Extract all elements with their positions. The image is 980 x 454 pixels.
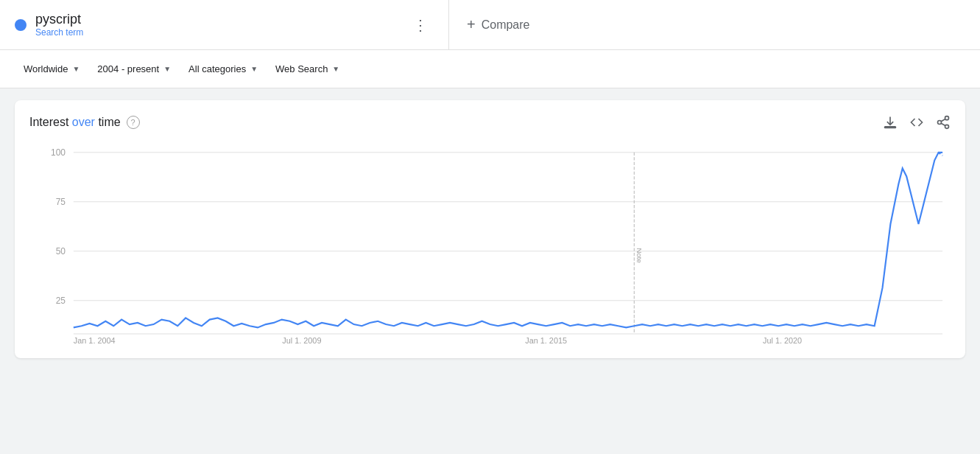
download-icon xyxy=(883,115,898,130)
chart-title-part3: time xyxy=(95,116,121,128)
svg-text:25: 25 xyxy=(56,296,66,306)
svg-point-3 xyxy=(945,125,949,128)
svg-text:75: 75 xyxy=(56,197,66,207)
svg-text:Jan 1, 2004: Jan 1, 2004 xyxy=(74,336,116,343)
share-icon xyxy=(936,115,951,130)
svg-text:Note: Note xyxy=(635,248,644,263)
chart-title-area: Interest over time ? xyxy=(29,116,140,129)
compare-button[interactable]: Compare xyxy=(482,15,530,35)
search-type-filter[interactable]: Web Search ▼ xyxy=(267,59,348,79)
main-content: Interest over time ? xyxy=(0,88,980,370)
location-arrow-icon: ▼ xyxy=(72,65,80,73)
search-term-panel: pyscript Search term ⋮ xyxy=(0,0,449,49)
embed-button[interactable] xyxy=(909,115,924,130)
category-filter[interactable]: All categories ▼ xyxy=(180,59,267,79)
chart-container: 100 75 50 25 Note Jan 1, 2004 Jul 1, 200… xyxy=(29,144,951,343)
chart-card: Interest over time ? xyxy=(15,100,965,358)
embed-icon xyxy=(909,115,924,130)
share-button[interactable] xyxy=(936,115,951,130)
svg-text:Jan 1, 2015: Jan 1, 2015 xyxy=(525,336,567,343)
svg-rect-0 xyxy=(885,127,896,128)
chart-title: Interest over time xyxy=(29,116,121,129)
svg-text:50: 50 xyxy=(56,246,66,256)
filters-bar: Worldwide ▼ 2004 - present ▼ All categor… xyxy=(0,50,980,88)
time-range-label: 2004 - present xyxy=(97,63,159,74)
help-icon[interactable]: ? xyxy=(127,116,140,129)
search-type-arrow-icon: ▼ xyxy=(332,65,339,73)
term-info: pyscript Search term xyxy=(35,12,398,38)
location-filter[interactable]: Worldwide ▼ xyxy=(15,59,88,79)
time-range-arrow-icon: ▼ xyxy=(163,65,171,73)
svg-text:Jul 1, 2009: Jul 1, 2009 xyxy=(282,336,321,343)
category-label: All categories xyxy=(188,63,246,74)
term-type: Search term xyxy=(35,27,398,38)
svg-text:100: 100 xyxy=(51,147,66,158)
category-arrow-icon: ▼ xyxy=(250,65,258,73)
chart-actions xyxy=(883,115,951,130)
svg-line-4 xyxy=(941,123,945,125)
chart-title-part1: Interest xyxy=(29,116,72,128)
top-section: pyscript Search term ⋮ + Compare xyxy=(0,0,980,50)
chart-title-over: over xyxy=(72,116,95,128)
chart-header: Interest over time ? xyxy=(29,115,951,130)
compare-panel: + Compare xyxy=(449,0,980,49)
trend-line xyxy=(74,153,942,328)
svg-text:Jul 1, 2020: Jul 1, 2020 xyxy=(763,336,802,343)
term-color-dot xyxy=(15,19,27,31)
svg-point-2 xyxy=(938,121,942,125)
more-options-button[interactable]: ⋮ xyxy=(407,13,434,37)
interest-over-time-chart: 100 75 50 25 Note Jan 1, 2004 Jul 1, 200… xyxy=(29,144,951,343)
svg-point-1 xyxy=(945,116,949,120)
term-name: pyscript xyxy=(35,12,398,27)
compare-plus-icon: + xyxy=(467,16,476,33)
search-type-label: Web Search xyxy=(275,63,328,74)
download-button[interactable] xyxy=(883,115,898,130)
svg-line-5 xyxy=(941,119,945,121)
time-range-filter[interactable]: 2004 - present ▼ xyxy=(88,59,180,79)
location-label: Worldwide xyxy=(24,63,68,74)
